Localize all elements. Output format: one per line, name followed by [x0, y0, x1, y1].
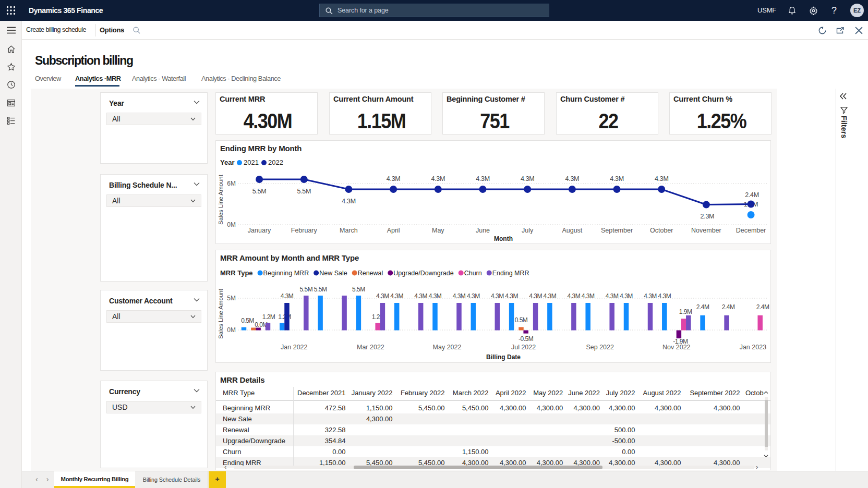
svg-text:5.5M: 5.5M — [299, 286, 312, 293]
svg-text:2.3M: 2.3M — [701, 213, 715, 220]
svg-text:4.3M: 4.3M — [467, 292, 480, 300]
svg-text:0M: 0M — [227, 221, 236, 228]
svg-text:4.3M: 4.3M — [429, 292, 442, 300]
svg-text:4.3M: 4.3M — [544, 292, 557, 300]
svg-text:March: March — [340, 227, 358, 234]
svg-text:4.3M: 4.3M — [644, 292, 657, 300]
svg-text:November: November — [691, 227, 721, 234]
svg-text:Jul 2022: Jul 2022 — [511, 344, 536, 351]
svg-text:5M: 5M — [227, 295, 236, 302]
svg-text:4.3M: 4.3M — [431, 175, 445, 182]
svg-text:4.3M: 4.3M — [387, 175, 401, 182]
svg-text:Jan 2022: Jan 2022 — [281, 344, 307, 351]
svg-text:Ending MRR: Ending MRR — [492, 270, 529, 277]
svg-text:February: February — [291, 227, 318, 234]
svg-text:4.3M: 4.3M — [521, 175, 535, 182]
svg-text:October: October — [650, 227, 673, 234]
svg-text:August: August — [562, 227, 582, 234]
svg-text:6M: 6M — [227, 180, 236, 187]
svg-text:MRR Type: MRR Type — [220, 269, 253, 277]
svg-text:April: April — [387, 227, 400, 234]
svg-text:New Sale: New Sale — [319, 270, 347, 277]
svg-text:May: May — [432, 227, 444, 234]
svg-text:Jan 2023: Jan 2023 — [740, 344, 766, 351]
svg-text:4.3M: 4.3M — [453, 292, 466, 300]
svg-text:4.3M: 4.3M — [658, 292, 671, 300]
svg-text:5.5M: 5.5M — [252, 188, 267, 195]
svg-text:2.4M: 2.4M — [756, 303, 769, 311]
svg-text:4.3M: 4.3M — [491, 292, 504, 300]
svg-text:Sales Line Amount: Sales Line Amount — [218, 288, 224, 339]
svg-text:4.3M: 4.3M — [390, 292, 403, 300]
svg-text:4.3M: 4.3M — [414, 292, 427, 300]
svg-text:4.3M: 4.3M — [606, 292, 619, 300]
svg-text:4.3M: 4.3M — [529, 292, 542, 300]
svg-text:4.3M: 4.3M — [476, 175, 490, 182]
svg-text:Sales Line Amount: Sales Line Amount — [218, 174, 224, 225]
svg-text:2.4M: 2.4M — [696, 303, 709, 311]
svg-text:Year: Year — [220, 158, 234, 166]
svg-text:2022: 2022 — [268, 158, 283, 166]
svg-text:Upgrade/Downgrade: Upgrade/Downgrade — [393, 270, 453, 277]
svg-text:-0.5M: -0.5M — [519, 335, 534, 343]
svg-text:4.3M: 4.3M — [376, 292, 389, 300]
svg-text:0M: 0M — [227, 326, 236, 334]
svg-text:Mar 2022: Mar 2022 — [357, 344, 384, 351]
svg-text:0.5M: 0.5M — [515, 316, 528, 324]
svg-text:Beginning MRR: Beginning MRR — [263, 270, 309, 277]
svg-text:Churn: Churn — [464, 270, 482, 277]
svg-text:1.9M: 1.9M — [679, 308, 692, 315]
svg-text:5.5M: 5.5M — [297, 188, 311, 195]
svg-text:Renewal: Renewal — [358, 270, 383, 277]
svg-text:4.3M: 4.3M — [565, 175, 580, 182]
svg-text:5.5M: 5.5M — [352, 286, 365, 293]
svg-text:-1.9M: -1.9M — [673, 338, 688, 345]
svg-text:4.3M: 4.3M — [610, 175, 624, 182]
svg-text:2021: 2021 — [244, 158, 259, 166]
svg-text:May 2022: May 2022 — [433, 344, 462, 351]
svg-text:4.3M: 4.3M — [568, 292, 581, 300]
svg-text:4.3M: 4.3M — [342, 198, 356, 205]
svg-text:2.4M: 2.4M — [722, 303, 735, 311]
svg-text:4.3M: 4.3M — [620, 292, 633, 300]
svg-text:September: September — [601, 227, 633, 234]
svg-text:1.2M: 1.2M — [262, 313, 275, 321]
svg-text:0.5M: 0.5M — [241, 317, 254, 324]
svg-text:Billing Date: Billing Date — [486, 353, 521, 361]
svg-text:5.5M: 5.5M — [314, 286, 327, 293]
svg-text:4.3M: 4.3M — [655, 175, 669, 182]
svg-text:July: July — [522, 227, 534, 234]
svg-text:December: December — [736, 227, 766, 234]
svg-text:Sep 2022: Sep 2022 — [586, 344, 614, 351]
svg-text:4.3M: 4.3M — [582, 292, 595, 300]
svg-text:January: January — [248, 227, 271, 234]
svg-text:4.3M: 4.3M — [505, 292, 518, 300]
svg-text:June: June — [476, 227, 490, 234]
svg-text:2.4M: 2.4M — [745, 191, 759, 199]
svg-text:Month: Month — [494, 235, 513, 242]
svg-text:4.3M: 4.3M — [281, 292, 294, 300]
